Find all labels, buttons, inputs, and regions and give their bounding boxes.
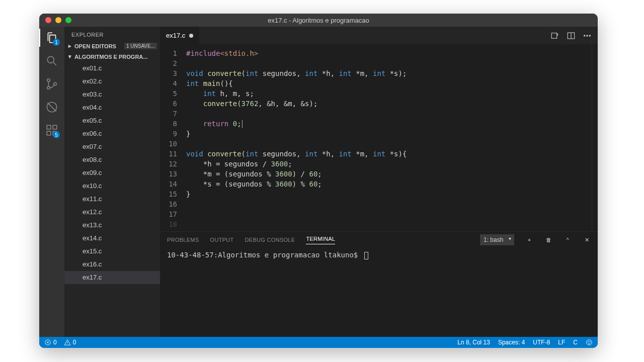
svg-rect-6 — [47, 131, 51, 135]
maximize-panel-icon[interactable]: ^ — [564, 237, 572, 243]
svg-rect-8 — [53, 125, 57, 129]
svg-point-17 — [590, 341, 590, 342]
status-encoding[interactable]: UTF-8 — [533, 339, 550, 346]
file-item[interactable]: ex08.c — [64, 153, 160, 166]
svg-rect-5 — [47, 125, 51, 129]
status-bar: 0 0 Ln 8, Col 13 Spaces: 4 UTF-8 LF C — [39, 337, 598, 348]
svg-rect-9 — [551, 33, 557, 38]
minimize-window-icon[interactable] — [55, 17, 61, 23]
status-lang[interactable]: C — [573, 339, 578, 346]
panel-tab-problems[interactable]: PROBLEMS — [167, 237, 199, 243]
extensions-icon[interactable]: 5 — [45, 123, 59, 137]
editor-group: ex17.c 123456789101112131415161718 #incl… — [160, 27, 598, 337]
file-list: ex01.cex02.cex03.cex04.cex05.cex06.cex07… — [64, 62, 160, 337]
open-editors-label: OPEN EDITORS — [74, 43, 116, 49]
panel-tabs: PROBLEMSOUTPUTDEBUG CONSOLETERMINAL1: ba… — [160, 232, 598, 248]
file-item[interactable]: ex02.c — [64, 75, 160, 88]
tab-actions — [550, 27, 598, 44]
file-item[interactable]: ex13.c — [64, 219, 160, 232]
sidebar: EXPLORER ▸ OPEN EDITORS 1 UNSAVE... ▾ AL… — [64, 27, 160, 337]
file-item[interactable]: ex05.c — [64, 114, 160, 127]
titlebar: ex17.c - Algoritmos e programacao — [39, 14, 598, 27]
svg-point-15 — [587, 340, 592, 345]
file-item[interactable]: ex17.c — [64, 271, 160, 284]
maximize-window-icon[interactable] — [65, 17, 71, 23]
svg-point-12 — [587, 35, 588, 36]
status-eol[interactable]: LF — [558, 339, 565, 346]
project-label: ALGORITMOS E PROGRA... — [74, 54, 147, 60]
window-title: ex17.c - Algoritmos e programacao — [39, 17, 598, 24]
more-actions-icon[interactable] — [583, 31, 592, 40]
code-content[interactable]: #include<stdio.h> void converte(int segu… — [186, 44, 592, 231]
explorer-icon[interactable]: 1 — [45, 31, 59, 45]
file-item[interactable]: ex10.c — [64, 179, 160, 193]
terminal[interactable]: 10-43-48-57:Algoritmos e programacao lta… — [160, 248, 598, 337]
kill-terminal-icon[interactable]: 🗑 — [544, 237, 552, 243]
svg-point-1 — [47, 79, 50, 81]
code-editor[interactable]: 123456789101112131415161718 #include<std… — [160, 44, 592, 231]
tab-ex17[interactable]: ex17.c — [160, 27, 200, 44]
file-item[interactable]: ex16.c — [64, 258, 160, 271]
extensions-badge: 5 — [53, 131, 60, 138]
dirty-indicator-icon — [189, 34, 193, 38]
file-item[interactable]: ex06.c — [64, 127, 160, 140]
file-item[interactable]: ex07.c — [64, 140, 160, 153]
terminal-cursor-icon — [364, 252, 368, 259]
project-section[interactable]: ▾ ALGORITMOS E PROGRA... — [64, 51, 160, 62]
file-item[interactable]: ex09.c — [64, 166, 160, 179]
panel-tab-debug-console[interactable]: DEBUG CONSOLE — [245, 237, 295, 243]
unsaved-badge: 1 UNSAVE... — [124, 43, 157, 49]
svg-point-13 — [589, 35, 590, 36]
status-warnings[interactable]: 0 — [64, 339, 76, 346]
terminal-prompt: 10-43-48-57:Algoritmos e programacao lta… — [167, 251, 358, 259]
activity-bar: 1 5 — [39, 27, 64, 337]
file-item[interactable]: ex03.c — [64, 88, 160, 101]
status-errors[interactable]: 0 — [44, 339, 57, 346]
split-editor-icon[interactable] — [567, 31, 576, 40]
explorer-badge: 1 — [53, 39, 60, 46]
tab-label: ex17.c — [166, 32, 185, 39]
svg-point-16 — [588, 341, 589, 342]
file-item[interactable]: ex14.c — [64, 232, 160, 245]
status-spaces[interactable]: Spaces: 4 — [498, 339, 525, 346]
file-item[interactable]: ex15.c — [64, 245, 160, 258]
open-editors-section[interactable]: ▸ OPEN EDITORS 1 UNSAVE... — [64, 41, 160, 51]
svg-point-0 — [47, 56, 54, 63]
source-control-icon[interactable] — [45, 77, 59, 91]
editor-wrap: 123456789101112131415161718 #include<std… — [160, 44, 598, 231]
svg-point-2 — [47, 86, 50, 89]
traffic-lights — [39, 17, 71, 23]
file-item[interactable]: ex12.c — [64, 206, 160, 219]
chevron-down-icon: ▾ — [67, 53, 72, 60]
close-window-icon[interactable] — [45, 17, 51, 23]
file-item[interactable]: ex04.c — [64, 101, 160, 114]
new-terminal-icon[interactable]: + — [525, 237, 533, 243]
window-body: 1 5 EXPLORER ▸ OPEN EDITORS 1 UNSAVE... — [39, 27, 598, 337]
svg-point-11 — [584, 35, 585, 36]
chevron-right-icon: ▸ — [67, 43, 72, 49]
panel-tab-terminal[interactable]: TERMINAL — [306, 236, 335, 244]
search-icon[interactable] — [45, 54, 59, 68]
compare-changes-icon[interactable] — [550, 31, 559, 40]
status-ln-col[interactable]: Ln 8, Col 13 — [457, 339, 490, 346]
bottom-panel: PROBLEMSOUTPUTDEBUG CONSOLETERMINAL1: ba… — [160, 231, 598, 337]
vscode-window: ex17.c - Algoritmos e programacao 1 5 EX — [39, 14, 598, 348]
terminal-select[interactable]: 1: bash — [480, 234, 514, 245]
status-feedback-icon[interactable] — [586, 339, 593, 346]
file-item[interactable]: ex11.c — [64, 193, 160, 206]
minimap[interactable] — [592, 44, 598, 231]
panel-tab-output[interactable]: OUTPUT — [210, 237, 234, 243]
debug-icon[interactable] — [45, 100, 59, 114]
file-item[interactable]: ex01.c — [64, 62, 160, 75]
tab-bar: ex17.c — [160, 27, 598, 44]
sidebar-title: EXPLORER — [64, 27, 160, 41]
close-panel-icon[interactable]: ✕ — [583, 237, 591, 243]
line-gutter: 123456789101112131415161718 — [160, 44, 186, 231]
